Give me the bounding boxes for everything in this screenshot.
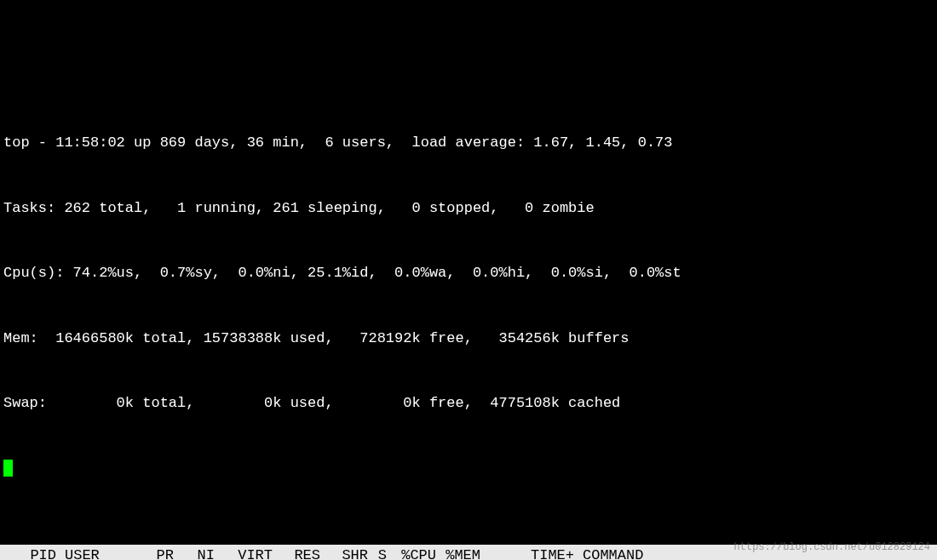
top-summary-block: top - 11:58:02 up 869 days, 36 min, 6 us… xyxy=(0,87,937,501)
swap-line: Swap: 0k total, 0k used, 0k free, 477510… xyxy=(3,392,934,414)
cpu-line: Cpu(s): 74.2%us, 0.7%sy, 0.0%ni, 25.1%id… xyxy=(3,262,934,284)
header-user[interactable]: USER xyxy=(56,545,145,561)
watermark-text: https://blog.csdn.net/u012829124 xyxy=(734,540,930,555)
tasks-line: Tasks: 262 total, 1 running, 261 sleepin… xyxy=(3,197,934,220)
header-s[interactable]: S xyxy=(368,545,387,561)
header-time[interactable]: TIME+ xyxy=(480,545,574,561)
header-shr[interactable]: SHR xyxy=(320,545,368,561)
top-header-line: top - 11:58:02 up 869 days, 36 min, 6 us… xyxy=(3,132,934,154)
header-mem[interactable]: %MEM xyxy=(436,545,480,561)
header-res[interactable]: RES xyxy=(273,545,320,561)
header-command[interactable]: COMMAND xyxy=(574,545,643,561)
cursor-icon xyxy=(3,460,13,477)
mem-line: Mem: 16466580k total, 15738388k used, 72… xyxy=(3,328,934,350)
header-pr[interactable]: PR xyxy=(145,545,174,561)
header-virt[interactable]: VIRT xyxy=(215,545,273,561)
header-pid[interactable]: PID xyxy=(3,545,56,561)
header-cpu[interactable]: %CPU xyxy=(387,545,436,561)
header-ni[interactable]: NI xyxy=(174,545,215,561)
blank-line xyxy=(3,458,934,480)
